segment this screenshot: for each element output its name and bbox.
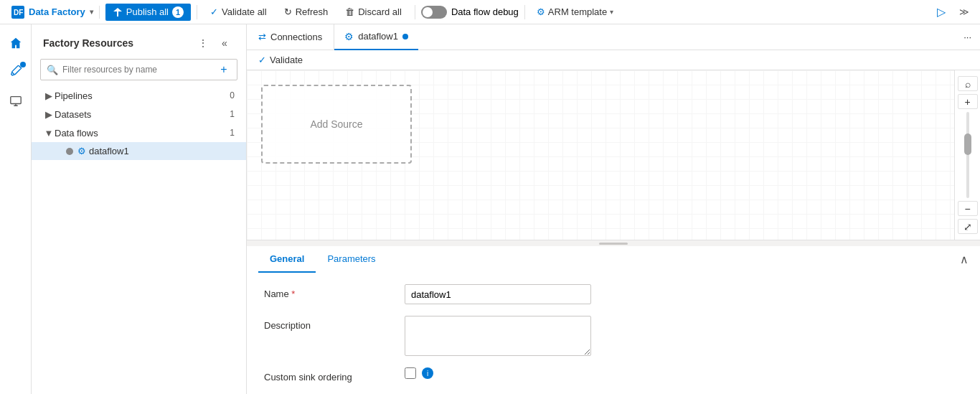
arm-chevron: ▾ xyxy=(610,8,613,16)
sidebar-item-home[interactable] xyxy=(3,30,29,56)
sidebar-title: Factory Resources xyxy=(43,37,133,49)
tree-item-pipelines[interactable]: ▶ Pipelines 0 xyxy=(32,86,246,105)
search-input[interactable] xyxy=(62,65,212,75)
debug-toggle[interactable] xyxy=(421,6,447,19)
run-icon: ▷ xyxy=(937,5,946,19)
tab-modified-dot xyxy=(402,34,408,39)
tree-item-dataflow1[interactable]: ⚙ dataflow1 xyxy=(32,142,246,160)
tree-item-dataflows[interactable]: ▼ Data flows 1 xyxy=(32,123,246,142)
sidebar-search-wrap: 🔍 + xyxy=(40,59,237,80)
separator-3 xyxy=(524,5,525,19)
sidebar-collapse-button[interactable]: « xyxy=(215,33,235,53)
canvas-wrap: Add Source ⌕ + − xyxy=(247,70,980,240)
canvas-toolbar: ✓ Validate xyxy=(247,50,980,70)
form-row-description: Description xyxy=(264,316,963,356)
arm-template-button[interactable]: ⚙ ARM template ▾ xyxy=(531,4,619,20)
name-label: Name * xyxy=(264,284,393,299)
debug-toggle-wrap: Data flow debug xyxy=(421,6,519,19)
debug-label: Data flow debug xyxy=(451,6,519,17)
tab-bar: ⇄ Connections ⚙ dataflow1 ··· xyxy=(247,24,980,50)
datasets-label: Datasets xyxy=(55,109,230,120)
edit-icon xyxy=(9,65,22,78)
parameters-tab-label: Parameters xyxy=(327,253,375,264)
publish-label: Publish all xyxy=(126,6,169,17)
tab-more-button[interactable]: ··· xyxy=(955,32,980,42)
brand-label: Data Factory xyxy=(29,6,85,17)
add-resource-button[interactable]: + xyxy=(217,62,231,77)
canvas[interactable]: Add Source xyxy=(247,70,954,240)
refresh-icon: ↻ xyxy=(284,6,292,17)
tab-general[interactable]: General xyxy=(258,246,316,273)
refresh-label: Refresh xyxy=(296,6,329,17)
zoom-in-button[interactable]: + xyxy=(958,94,978,109)
publish-all-button[interactable]: Publish all 1 xyxy=(105,4,191,21)
refresh-button[interactable]: ↻ Refresh xyxy=(277,4,336,20)
run-button[interactable]: ▷ xyxy=(931,2,951,22)
monitor-icon xyxy=(9,94,22,107)
zoom-scroll xyxy=(966,112,969,198)
pipelines-count: 0 xyxy=(230,90,235,100)
description-input[interactable] xyxy=(405,316,591,356)
sidebar: Factory Resources ⋮ « 🔍 + ▶ Pipelines 0 … xyxy=(32,24,247,394)
validate-all-label: Validate all xyxy=(222,6,267,17)
nav-icons xyxy=(0,24,32,394)
connections-label: Connections xyxy=(270,32,322,42)
name-input[interactable] xyxy=(405,284,591,304)
toggle-knob xyxy=(423,7,433,17)
sidebar-expand-button[interactable]: ⋮ xyxy=(193,33,213,53)
tab-dataflow1[interactable]: ⚙ dataflow1 xyxy=(334,24,418,50)
brand-chevron: ▾ xyxy=(90,8,93,16)
panel-collapse-button[interactable]: ∧ xyxy=(960,253,969,266)
validate-all-icon: ✓ xyxy=(210,6,218,17)
add-source-box[interactable]: Add Source xyxy=(261,85,412,164)
scroll-track xyxy=(966,112,969,198)
main-layout: Factory Resources ⋮ « 🔍 + ▶ Pipelines 0 … xyxy=(0,24,980,394)
sidebar-header-icons: ⋮ « xyxy=(193,33,235,53)
arm-icon: ⚙ xyxy=(537,6,545,17)
bottom-content: Name * Description Custom sink ordering … xyxy=(247,273,980,394)
more-tabs-icon: ··· xyxy=(963,32,971,42)
connections-icon: ⇄ xyxy=(258,32,266,42)
more-button[interactable]: ≫ xyxy=(954,2,974,22)
chevron-right-icon: ▶ xyxy=(43,90,55,101)
brand-button[interactable]: DF Data Factory ▾ xyxy=(6,6,100,19)
drag-handle[interactable] xyxy=(247,240,980,246)
toolbar-right: ▷ ≫ xyxy=(931,2,974,22)
custom-sink-checkbox[interactable] xyxy=(405,367,416,379)
name-required: * xyxy=(291,289,295,299)
pipelines-label: Pipelines xyxy=(55,90,230,101)
dataflows-count: 1 xyxy=(230,128,235,138)
validate-button[interactable]: ✓ Validate xyxy=(258,55,303,65)
add-source-label: Add Source xyxy=(310,118,362,130)
dataflow-child-icon: ⚙ xyxy=(77,146,86,156)
tab-connections[interactable]: ⇄ Connections xyxy=(247,24,334,50)
zoom-out-button[interactable]: − xyxy=(958,201,978,216)
drag-handle-bar xyxy=(599,243,628,245)
sidebar-item-edit[interactable] xyxy=(3,59,29,85)
tree-item-datasets[interactable]: ▶ Datasets 1 xyxy=(32,105,246,123)
form-row-name: Name * xyxy=(264,284,963,304)
discard-all-button[interactable]: 🗑 Discard all xyxy=(338,4,409,20)
more-icon: ≫ xyxy=(959,6,969,17)
publish-icon xyxy=(113,7,123,17)
scroll-thumb[interactable] xyxy=(964,133,971,155)
dataflow-dot-icon xyxy=(66,148,73,155)
validate-all-button[interactable]: ✓ Validate all xyxy=(203,4,274,20)
info-icon[interactable]: i xyxy=(422,367,433,379)
arm-label: ARM template xyxy=(548,6,607,17)
description-label: Description xyxy=(264,316,393,331)
trash-icon: 🗑 xyxy=(345,6,354,17)
sidebar-item-monitor[interactable] xyxy=(3,88,29,113)
separator-1 xyxy=(197,5,197,19)
brand-icon: DF xyxy=(11,6,24,19)
chevron-right-icon-2: ▶ xyxy=(43,108,55,120)
tab-parameters[interactable]: Parameters xyxy=(316,246,387,273)
form-row-custom-sink: Custom sink ordering i xyxy=(264,367,963,383)
zoom-search-button[interactable]: ⌕ xyxy=(958,76,978,91)
custom-sink-label: Custom sink ordering xyxy=(264,367,393,383)
sidebar-tree: ▶ Pipelines 0 ▶ Datasets 1 ▼ Data flows … xyxy=(32,86,246,394)
panel-tabs: General Parameters xyxy=(258,246,387,273)
zoom-controls: ⌕ + − ⤢ xyxy=(954,70,980,240)
home-icon xyxy=(9,37,22,50)
fit-canvas-button[interactable]: ⤢ xyxy=(958,219,978,234)
